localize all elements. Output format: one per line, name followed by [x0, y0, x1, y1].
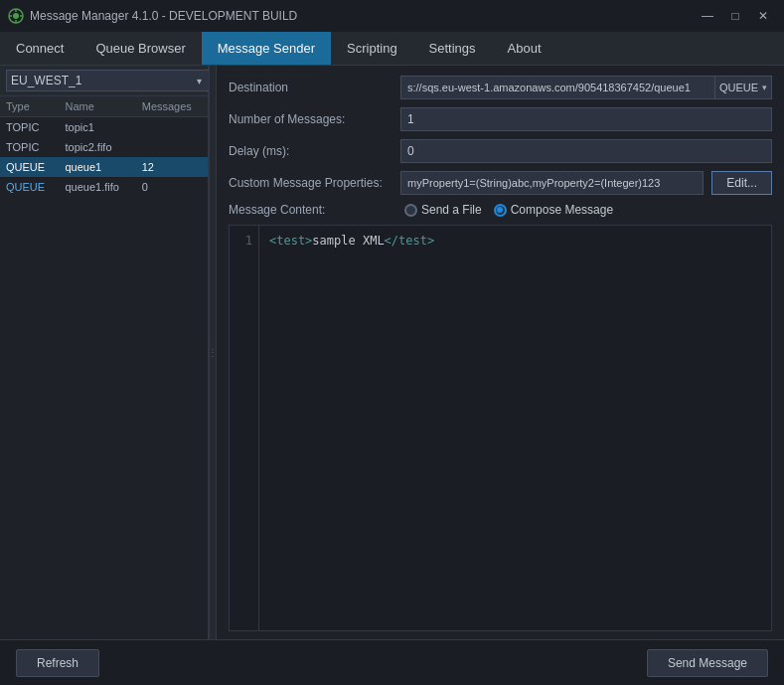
delay-input[interactable]	[400, 139, 772, 163]
radio-compose[interactable]: Compose Message	[494, 203, 613, 217]
destination-label: Destination	[229, 81, 392, 94]
destination-type-label: QUEUE	[719, 82, 758, 93]
send-message-button[interactable]: Send Message	[647, 649, 768, 677]
row-name: queue1	[59, 157, 135, 177]
destination-row: Destination QUEUE ▾	[229, 76, 772, 99]
title-bar-controls: — □ ✕	[695, 6, 776, 26]
menu-message-sender[interactable]: Message Sender	[202, 32, 331, 65]
table-row[interactable]: TOPIC topic2.fifo	[0, 137, 208, 157]
menu-connect[interactable]: Connect	[0, 32, 79, 65]
row-type: TOPIC	[0, 137, 59, 157]
num-messages-label: Number of Messages:	[229, 112, 392, 126]
editor-area: 1 <test>sample XML</test>	[229, 225, 772, 631]
maximize-button[interactable]: □	[722, 6, 748, 26]
right-panel: Destination QUEUE ▾ Number of Messages: …	[217, 66, 784, 639]
row-name: topic1	[59, 117, 135, 138]
menu-bar: Connect Queue Browser Message Sender Scr…	[0, 32, 784, 66]
title-bar-text: Message Manager 4.1.0 - DEVELOPMENT BUIL…	[30, 9, 689, 23]
col-type: Type	[0, 96, 59, 117]
custom-props-input[interactable]	[400, 171, 704, 195]
row-type: QUEUE	[0, 157, 59, 177]
custom-props-row: Custom Message Properties: Edit...	[229, 171, 772, 195]
radio-compose-dot	[494, 204, 507, 217]
title-bar: Message Manager 4.1.0 - DEVELOPMENT BUIL…	[0, 0, 784, 32]
queue-table: Type Name Messages TOPIC topic1 TOPIC to…	[0, 96, 208, 639]
line-numbers: 1	[230, 226, 259, 630]
row-messages: 0	[136, 177, 208, 197]
region-select-row: EU_WEST_1 ▾	[0, 66, 208, 96]
message-content-label: Message Content:	[229, 203, 392, 217]
svg-point-1	[13, 13, 19, 19]
minimize-button[interactable]: —	[695, 6, 720, 26]
row-messages	[136, 117, 208, 138]
radio-group: Send a File Compose Message	[404, 203, 613, 217]
menu-scripting[interactable]: Scripting	[331, 32, 413, 65]
delay-row: Delay (ms):	[229, 139, 772, 163]
radio-send-file-label: Send a File	[421, 203, 482, 217]
table-row[interactable]: TOPIC topic1	[0, 117, 208, 138]
region-select[interactable]: EU_WEST_1	[6, 70, 211, 91]
menu-queue-browser[interactable]: Queue Browser	[79, 32, 201, 65]
row-name: queue1.fifo	[59, 177, 135, 197]
panel-resizer[interactable]: ⋮	[209, 66, 217, 639]
radio-send-file-dot	[404, 204, 417, 217]
destination-input-group: QUEUE ▾	[400, 76, 772, 99]
delay-label: Delay (ms):	[229, 144, 392, 158]
close-button[interactable]: ✕	[750, 6, 776, 26]
row-messages: 12	[136, 157, 208, 177]
row-messages	[136, 137, 208, 157]
main-layout: EU_WEST_1 ▾ Type Name Messages TOPIC top…	[0, 66, 784, 639]
destination-input[interactable]	[400, 76, 714, 99]
line-number-1: 1	[235, 234, 252, 248]
num-messages-row: Number of Messages:	[229, 107, 772, 131]
destination-type-selector[interactable]: QUEUE ▾	[714, 76, 772, 99]
app-icon	[8, 8, 24, 24]
col-messages: Messages	[136, 96, 208, 117]
radio-compose-label: Compose Message	[511, 203, 613, 217]
menu-settings[interactable]: Settings	[413, 32, 492, 65]
editor-content[interactable]: <test>sample XML</test>	[259, 226, 771, 630]
edit-button[interactable]: Edit...	[711, 171, 772, 195]
custom-props-label: Custom Message Properties:	[229, 176, 392, 190]
refresh-button[interactable]: Refresh	[16, 649, 99, 677]
bottom-bar: Refresh Send Message	[0, 639, 784, 685]
row-type: QUEUE	[0, 177, 59, 197]
destination-type-arrow: ▾	[762, 83, 767, 92]
num-messages-input[interactable]	[400, 107, 772, 131]
row-name: topic2.fifo	[59, 137, 135, 157]
table-row[interactable]: QUEUE queue1 12	[0, 157, 208, 177]
radio-send-file[interactable]: Send a File	[404, 203, 482, 217]
left-panel: EU_WEST_1 ▾ Type Name Messages TOPIC top…	[0, 66, 209, 639]
col-name: Name	[59, 96, 135, 117]
message-content-row: Message Content: Send a File Compose Mes…	[229, 203, 772, 217]
row-type: TOPIC	[0, 117, 59, 138]
table-row[interactable]: QUEUE queue1.fifo 0	[0, 177, 208, 197]
menu-about[interactable]: About	[492, 32, 557, 65]
